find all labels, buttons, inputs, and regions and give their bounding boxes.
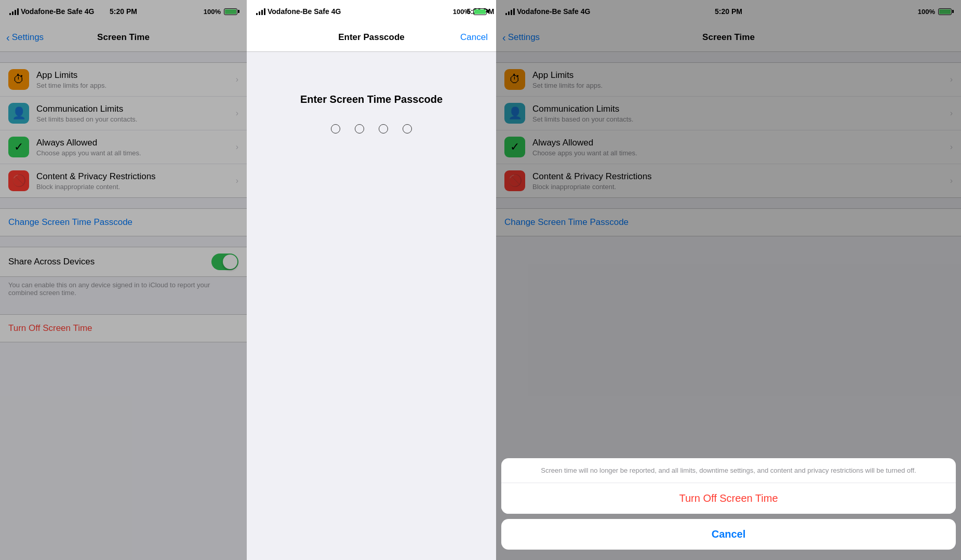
passcode-nav: Enter Passcode Cancel [247,23,496,52]
chevron-left-icon-1: ‹ [6,32,10,43]
panel-1: Vodafone-Be Safe 4G 5:20 PM 100% ‹ Setti… [0,0,247,560]
always-allowed-row-1[interactable]: ✓ Always Allowed Choose apps you want at… [0,130,247,164]
change-passcode-label-1: Change Screen Time Passcode [8,217,132,227]
status-right-1: 100% [204,8,237,16]
passcode-dot-3 [379,124,388,134]
app-limits-icon-1: ⏱ [8,69,29,90]
turn-off-label-1: Turn Off Screen Time [8,323,92,333]
app-limits-subtitle-1: Set time limits for apps. [36,82,232,89]
signal-icon-1 [9,8,19,15]
comm-limits-text-1: Communication Limits Set limits based on… [36,104,232,123]
time-1: 5:20 PM [110,7,137,16]
back-button-1[interactable]: ‹ Settings [6,32,44,43]
battery-icon-2 [473,8,487,15]
nav-bar-1: ‹ Settings Screen Time [0,23,247,52]
battery-fill-2 [474,9,486,14]
carrier-2: Vodafone-Be Safe [268,7,329,16]
turn-off-screen-time-button[interactable]: Turn Off Screen Time [501,483,956,514]
battery-fill-1 [225,9,236,14]
share-desc-1: You can enable this on any device signed… [0,277,247,304]
comm-limits-subtitle-1: Set limits based on your contacts. [36,115,232,123]
main-settings-group-1: ⏱ App Limits Set time limits for apps. ›… [0,62,247,198]
battery-icon-1 [224,8,237,15]
action-sheet-desc: Screen time will no longer be reported, … [501,458,956,483]
battery-pct-1: 100% [204,8,221,16]
always-allowed-subtitle-1: Choose apps you want at all times. [36,149,232,157]
status-left-2: Vodafone-Be Safe 4G [256,7,341,16]
content-privacy-subtitle-1: Block inappropriate content. [36,183,232,191]
share-label-1: Share Across Devices [8,257,211,267]
cancel-button[interactable]: Cancel [460,32,488,43]
panel-2: Vodafone-Be Safe 4G 5:20 PM 100% Enter P… [247,0,496,560]
comm-limits-title-1: Communication Limits [36,104,232,114]
content-privacy-row-1[interactable]: 🚫 Content & Privacy Restrictions Block i… [0,164,247,197]
change-passcode-row-1[interactable]: Change Screen Time Passcode [0,208,247,236]
network-1: 4G [85,7,95,16]
panel-3: Vodafone-Be Safe 4G 5:20 PM 100% ‹ Setti… [496,0,961,560]
passcode-dot-1 [331,124,340,134]
network-2: 4G [331,7,341,16]
passcode-nav-title: Enter Passcode [338,32,405,43]
status-left-1: Vodafone-Be Safe 4G [9,7,94,16]
action-sheet-cancel-button[interactable]: Cancel [501,519,956,550]
status-bar-2: Vodafone-Be Safe 4G 5:20 PM 100% [247,0,496,23]
toggle-knob-1 [223,255,237,269]
app-limits-text-1: App Limits Set time limits for apps. [36,70,232,89]
carrier-1: Vodafone-Be Safe [21,7,83,16]
signal-icon-2 [256,8,265,15]
settings-content-1: ⏱ App Limits Set time limits for apps. ›… [0,52,247,560]
rows-group-1: ⏱ App Limits Set time limits for apps. ›… [0,62,247,198]
passcode-prompt: Enter Screen Time Passcode [300,94,443,105]
comm-limits-icon-1: 👤 [8,103,29,124]
always-allowed-title-1: Always Allowed [36,138,232,148]
action-sheet-main: Screen time will no longer be reported, … [501,458,956,514]
turn-off-row-1[interactable]: Turn Off Screen Time [0,314,247,342]
content-privacy-icon-1: 🚫 [8,170,29,191]
app-limits-title-1: App Limits [36,70,232,81]
app-limits-row-1[interactable]: ⏱ App Limits Set time limits for apps. › [0,63,247,97]
passcode-dot-4 [403,124,412,134]
content-privacy-text-1: Content & Privacy Restrictions Block ina… [36,171,232,191]
comm-limits-row-1[interactable]: 👤 Communication Limits Set limits based … [0,97,247,130]
chevron-icon-1c: › [236,142,238,152]
always-allowed-text-1: Always Allowed Choose apps you want at a… [36,138,232,157]
chevron-icon-1d: › [236,176,238,185]
content-privacy-title-1: Content & Privacy Restrictions [36,171,232,182]
action-sheet: Screen time will no longer be reported, … [496,458,961,560]
back-label-1: Settings [12,32,44,43]
passcode-body: Enter Screen Time Passcode [247,52,496,560]
passcode-dots [331,124,412,134]
status-bar-1: Vodafone-Be Safe 4G 5:20 PM 100% [0,0,247,23]
nav-title-1: Screen Time [97,32,150,43]
share-toggle-1[interactable] [211,254,238,270]
chevron-icon-1b: › [236,109,238,118]
passcode-dot-2 [355,124,364,134]
always-allowed-icon-1: ✓ [8,137,29,157]
share-toggle-row-1[interactable]: Share Across Devices [0,247,247,277]
chevron-icon-1a: › [236,75,238,84]
